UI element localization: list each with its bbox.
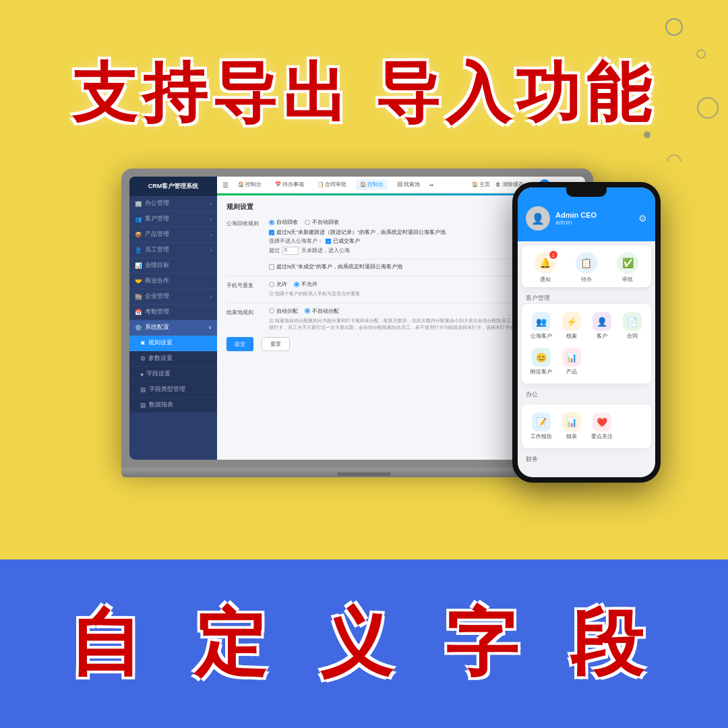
- checked-icon: ✓: [326, 239, 331, 244]
- office-section-title: 办公: [518, 388, 655, 400]
- sidebar-item-label: 业绩目标: [145, 262, 169, 270]
- fieldtype-icon: ▤: [140, 386, 146, 393]
- grid-item-nearby[interactable]: 😊 附近客户: [527, 345, 555, 378]
- sidebar-subitem-params[interactable]: ⚙ 参数设置: [129, 351, 217, 367]
- radio-auto-label: 自动回收: [276, 218, 298, 226]
- fields-icon: ●: [140, 371, 144, 377]
- grid-item-sea[interactable]: 👥 公海客户: [527, 309, 555, 342]
- sidebar-item-office[interactable]: 🏢 办公管理 ›: [129, 196, 217, 212]
- sidebar-item-customer[interactable]: 👥 客户管理 ›: [129, 212, 217, 227]
- sidebar-subitem-reports[interactable]: ▤ 数据报表: [129, 398, 217, 413]
- days-suffix: 天未跟进，进入公海: [301, 247, 350, 254]
- radio-auto-assign[interactable]: 自动分配: [269, 307, 298, 315]
- office-icon: 🏢: [135, 200, 142, 207]
- phone-mockup: 👤 Admin CEO admin ⚙ 🔔 1 通知 📋: [512, 182, 661, 483]
- todo-icon: 📋: [576, 252, 597, 274]
- footer-section: 自 定 义 字 段: [0, 559, 728, 728]
- phone-action-notify[interactable]: 🔔 1 通知: [535, 252, 556, 283]
- approve-icon: ✅: [617, 252, 638, 274]
- grid-item-contract[interactable]: 📄 合同: [618, 309, 646, 342]
- contract-icon: 📄: [623, 312, 642, 331]
- days-input[interactable]: 0: [282, 247, 299, 255]
- home-link[interactable]: 🏠 主页: [472, 181, 490, 188]
- more-icon[interactable]: ▪▪: [429, 182, 433, 188]
- leads-icon: ⚡: [562, 312, 581, 331]
- no-assign-dot: [305, 308, 310, 313]
- sidebar-sub-label: 数据报表: [149, 401, 173, 409]
- sidebar-item-target[interactable]: 📊 业绩目标: [129, 258, 217, 274]
- tab-dashboard2[interactable]: 🏠 控制台: [356, 179, 388, 190]
- grid-item-product[interactable]: 📊 产品: [557, 345, 585, 378]
- sidebar-item-system[interactable]: ⚙️ 系统配置 ∨: [129, 320, 217, 336]
- tab-seapool[interactable]: ▦ 线索池: [393, 179, 424, 190]
- phone-quick-actions: 🔔 1 通知 📋 待办 ✅ 审批: [522, 245, 651, 287]
- leads-label: 线索: [566, 333, 577, 340]
- chevron-icon: ›: [210, 233, 212, 237]
- sidebar-item-label: 系统配置: [145, 324, 169, 332]
- chevron-down-icon: ∨: [208, 325, 212, 330]
- submit-button[interactable]: 提交: [226, 337, 253, 351]
- grid-item-leads[interactable]: ⚡ 线索: [557, 309, 585, 342]
- radio-no-dot: [305, 220, 310, 225]
- finance-section-title: 财务: [518, 452, 655, 465]
- sidebar-item-product[interactable]: 📦 产品管理 ›: [129, 227, 217, 243]
- contract-label: 合同: [627, 333, 638, 340]
- product-label: 产品: [566, 369, 577, 375]
- todo-label: 待办: [581, 276, 592, 283]
- radio-auto-reclaim[interactable]: 自动回收: [269, 218, 298, 226]
- tab-contract[interactable]: 📋 合同审批: [313, 179, 351, 190]
- phone-action-todo[interactable]: 📋 待办: [576, 252, 597, 283]
- phone-userrole: admin: [555, 219, 633, 226]
- phone-gear-icon[interactable]: ⚙: [638, 213, 647, 224]
- customer-icon: 👥: [135, 216, 142, 222]
- workreport-label: 工作报告: [530, 433, 552, 440]
- sidebar-item-label: 客户管理: [145, 215, 169, 223]
- hamburger-icon[interactable]: ☰: [222, 181, 229, 189]
- sidebar-item-enterprise[interactable]: 🏬 企业管理 ›: [129, 289, 217, 305]
- auto-assign-label: 自动分配: [276, 307, 298, 315]
- radio-no-reclaim[interactable]: 不自动回收: [305, 218, 339, 226]
- grid-item-love-follow[interactable]: ❤️ 爱点关注: [588, 410, 615, 443]
- notify-badge: 1: [549, 251, 557, 259]
- laptop-notch: [337, 473, 391, 476]
- sidebar-item-staff[interactable]: 👤 员工管理 ›: [129, 243, 217, 258]
- params-icon: ⚙: [140, 355, 146, 362]
- main-title: 支持导出 导入功能: [72, 51, 657, 138]
- grid-item-report[interactable]: 📊 报表: [557, 410, 585, 443]
- tab-todo[interactable]: 📅 待办事项: [271, 179, 308, 190]
- header-section: 支持导出 导入功能: [0, 0, 728, 189]
- phone-action-approve[interactable]: ✅ 审批: [617, 252, 638, 283]
- attendance-icon: 📅: [135, 309, 142, 315]
- checkbox-checked-icon: ✓: [269, 230, 274, 235]
- radio-disallow[interactable]: 不允许: [294, 280, 317, 288]
- no-assign-label: 不自动分配: [312, 307, 339, 315]
- checkbox-closed-deal[interactable]: ✓ 已成交客户: [326, 238, 360, 245]
- office-grid: 📝 工作报告 📊 报表 ❤️ 爱点关注: [522, 404, 651, 448]
- sidebar-item-biz[interactable]: 🤝 商业合作: [129, 274, 217, 289]
- sidebar-subitem-fieldtype[interactable]: ▤ 字段类型管理: [129, 382, 217, 398]
- report-icon: 📊: [562, 413, 581, 431]
- system-icon: ⚙️: [135, 324, 142, 331]
- sidebar-item-attendance[interactable]: 📅 考勤管理: [129, 305, 217, 320]
- phone-screen: 👤 Admin CEO admin ⚙ 🔔 1 通知 📋: [518, 187, 655, 477]
- sidebar-item-label: 办公管理: [145, 200, 169, 208]
- footer-title: 自 定 义 字 段: [69, 595, 659, 693]
- love-follow-label: 爱点关注: [591, 433, 613, 440]
- sidebar-sub-label: 字段设置: [146, 370, 171, 378]
- radio-allow[interactable]: 允许: [269, 280, 287, 288]
- phone-notch: [566, 187, 607, 197]
- sidebar-subitem-rules[interactable]: ✖ 规则设置: [129, 336, 217, 351]
- customer-section-title: 客户管理: [518, 291, 655, 304]
- product-icon: 📊: [562, 348, 581, 367]
- sidebar-sub-label: 参数设置: [148, 355, 173, 363]
- disallow-label: 不允许: [301, 280, 317, 288]
- radio-no-assign[interactable]: 不自动分配: [305, 307, 339, 315]
- grid-item-workreport[interactable]: 📝 工作报告: [527, 410, 555, 443]
- sidebar-subitem-fields[interactable]: ● 字段设置: [129, 367, 217, 382]
- customer-label: 客户: [597, 333, 607, 340]
- allow-dot: [269, 282, 274, 287]
- tab-dashboard1[interactable]: 🏠 控制台: [234, 179, 266, 190]
- approve-label: 审批: [622, 276, 633, 283]
- grid-item-customer[interactable]: 👤 客户: [588, 309, 615, 342]
- reset-button[interactable]: 重置: [262, 337, 290, 351]
